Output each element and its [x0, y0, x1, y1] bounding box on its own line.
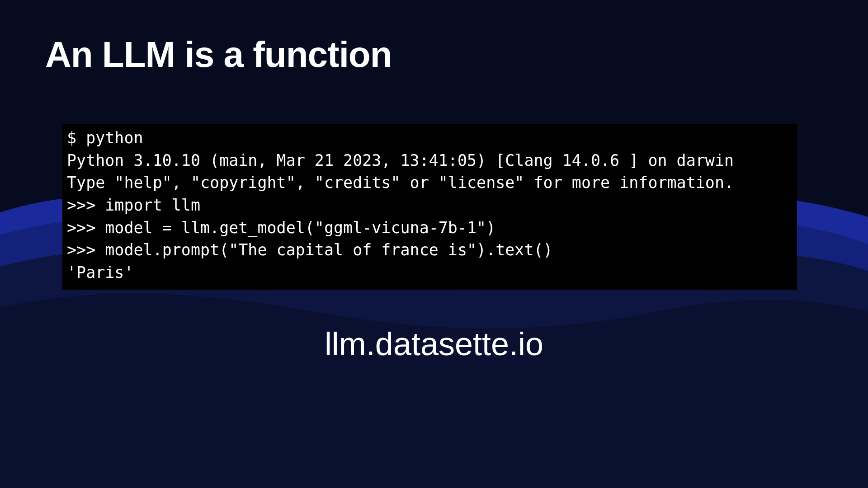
terminal-line: 'Paris': [67, 263, 134, 282]
terminal-line: Python 3.10.10 (main, Mar 21 2023, 13:41…: [67, 151, 734, 169]
slide-title: An LLM is a function: [45, 34, 392, 75]
slide: An LLM is a function $ python Python 3.1…: [0, 0, 868, 488]
terminal-line: Type "help", "copyright", "credits" or "…: [67, 174, 734, 192]
terminal-panel: $ python Python 3.10.10 (main, Mar 21 20…: [62, 124, 797, 290]
terminal-line: >>> import llm: [67, 196, 200, 214]
terminal-line: >>> model = llm.get_model("ggml-vicuna-7…: [67, 219, 495, 237]
footer-link: llm.datasette.io: [0, 325, 868, 362]
terminal-line: $ python: [67, 129, 143, 147]
terminal-line: >>> model.prompt("The capital of france …: [67, 241, 553, 259]
